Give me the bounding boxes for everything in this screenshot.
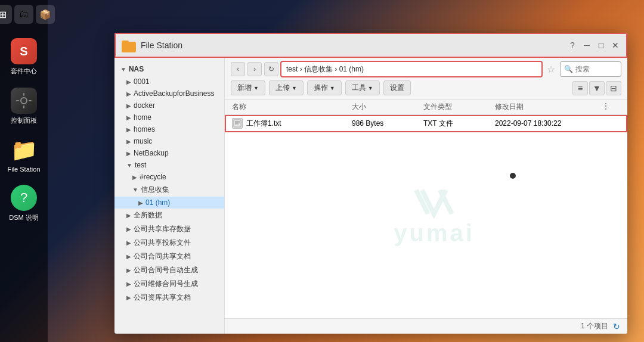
favorite-button[interactable]: ☆ [544,64,558,75]
help-button[interactable]: ? [568,41,577,50]
app-icon2[interactable]: 📦 [36,5,55,24]
sidebar-item-info-collect[interactable]: ▼ 信息收集 [114,183,224,197]
desktop: ⊞ 🗂 📦 S 套件中心 [0,0,644,342]
back-button[interactable]: ‹ [231,62,245,76]
svg-rect-1 [23,93,24,96]
nas-label: NAS [129,65,144,73]
sidebar-item-recycle[interactable]: ▶ #recycle [114,171,224,183]
dsm-icon: ? [11,185,37,211]
svg-rect-4 [29,100,32,101]
file-station-window: File Station ? ─ □ ✕ ▼ NAS ▶ 0001 [114,33,627,334]
panel-icon [11,88,37,114]
refresh-button[interactable]: ↻ [264,62,278,76]
new-button[interactable]: 新增 ▼ [231,80,265,95]
sidebar-nas-header[interactable]: ▼ NAS [114,63,224,76]
sidebar-item-resource-share[interactable]: ▶ 公司资库共享文档 [114,291,224,304]
forward-button[interactable]: › [247,62,262,76]
toolbar-area: ‹ › ↻ test › 信息收集 › 01 (hm) ☆ 🔍 [225,58,627,100]
search-icon: 🔍 [564,65,573,73]
sidebar-item-share-bid[interactable]: ▶ 公司共享投标文件 [114,236,224,250]
sidebar-item-activebackup[interactable]: ▶ ActiveBackupforBusiness [114,88,224,100]
sidebar-item-contract-share[interactable]: ▶ 公司合同共享文档 [114,250,224,263]
sidebar-item-test[interactable]: ▼ test [114,159,224,171]
svg-point-0 [21,98,27,104]
sidebar-item-netbackup[interactable]: ▶ NetBackup [114,147,224,159]
grid-icon[interactable]: ⊞ [0,5,12,24]
sidebar-item-contract-auto[interactable]: ▶ 公司合同号自动生成 [114,263,224,277]
address-bar: ‹ › ↻ test › 信息收集 › 01 (hm) ☆ 🔍 [231,61,621,77]
view-buttons: ≡ ▼ ⊟ [572,81,621,95]
file-list: yumai 名称 大小 文件类型 修改日期 ⋮ [225,100,627,318]
svg-rect-3 [16,100,19,101]
file-station-app[interactable]: 📁 File Station [3,132,45,178]
dsm-label: DSM 说明 [9,213,39,222]
file-name-cell: 工作簿1.txt [232,118,352,129]
suite-center-app[interactable]: S 套件中心 [3,33,45,80]
settings-button[interactable]: 设置 [383,80,411,95]
svg-rect-2 [23,105,24,108]
status-refresh-button[interactable]: ↻ [613,322,620,331]
watermark-text: yumai [394,220,475,247]
action-toolbar: 新增 ▼ 上传 ▼ 操作 ▼ 工具 ▼ [231,80,621,95]
action-button[interactable]: 操作 ▼ [307,80,342,95]
dsm-help-app[interactable]: ? DSM 说明 [3,180,45,227]
address-path[interactable]: test › 信息收集 › 01 (hm) [281,61,542,77]
taskbar-top-row: ⊞ 🗂 📦 [0,5,55,24]
maximize-button[interactable]: □ [596,41,606,50]
sidebar-item-docker[interactable]: ▶ docker [114,100,224,111]
titlebar-controls: ? ─ □ ✕ [568,41,620,50]
filestation-label: File Station [7,166,40,173]
sidebar-item-music[interactable]: ▶ music [114,135,224,147]
list-view-button[interactable]: ≡ [572,81,588,95]
filestation-icon: 📁 [11,137,37,163]
taskbar: ⊞ 🗂 📦 S 套件中心 [0,0,48,342]
minimize-button[interactable]: ─ [582,41,592,50]
table-row[interactable]: 工作簿1.txt 986 Bytes TXT 文件 2022-09-07 18:… [225,115,627,132]
grid-view-button[interactable]: ⊟ [606,81,621,95]
control-panel-app[interactable]: 控制面板 [3,83,45,130]
file-list-header: 名称 大小 文件类型 修改日期 ⋮ [225,100,627,115]
suite-label: 套件中心 [11,67,37,76]
main-content: ‹ › ↻ test › 信息收集 › 01 (hm) ☆ 🔍 [225,58,627,334]
watermark: yumai [394,184,475,247]
item-count: 1 个项目 [581,321,608,331]
sidebar-item-home[interactable]: ▶ home [114,111,224,123]
svg-rect-5 [234,120,241,127]
close-button[interactable]: ✕ [611,41,620,50]
upload-button[interactable]: 上传 ▼ [269,80,304,95]
window-body: ▼ NAS ▶ 0001 ▶ ActiveBackupforBusiness ▶… [114,58,627,334]
status-bar: 1 个项目 ↻ [225,318,627,334]
titlebar-folder-icon [122,38,136,52]
tools-button[interactable]: 工具 ▼ [345,80,380,95]
search-box[interactable]: 🔍 [560,61,621,77]
folder-quick-icon[interactable]: 🗂 [14,5,33,24]
sidebar-item-repair-contract[interactable]: ▶ 公司维修合同号生成 [114,277,224,291]
nas-arrow: ▼ [120,66,126,73]
file-icon [232,118,243,129]
sidebar-item-alldata[interactable]: ▶ 全所数据 [114,209,224,222]
titlebar: File Station ? ─ □ ✕ [114,33,627,58]
view-options-button[interactable]: ▼ [589,81,605,95]
sidebar-item-01hm[interactable]: ▶ 01 (hm) [114,197,224,209]
panel-label: 控制面板 [11,116,37,125]
sidebar-item-0001[interactable]: ▶ 0001 [114,76,224,88]
sidebar-item-share-stock[interactable]: ▶ 公司共享库存数据 [114,222,224,236]
suite-icon: S [11,38,37,64]
search-input[interactable] [575,65,617,73]
window-title: File Station [141,41,563,50]
sidebar-item-homes[interactable]: ▶ homes [114,123,224,135]
sidebar: ▼ NAS ▶ 0001 ▶ ActiveBackupforBusiness ▶… [114,58,225,334]
